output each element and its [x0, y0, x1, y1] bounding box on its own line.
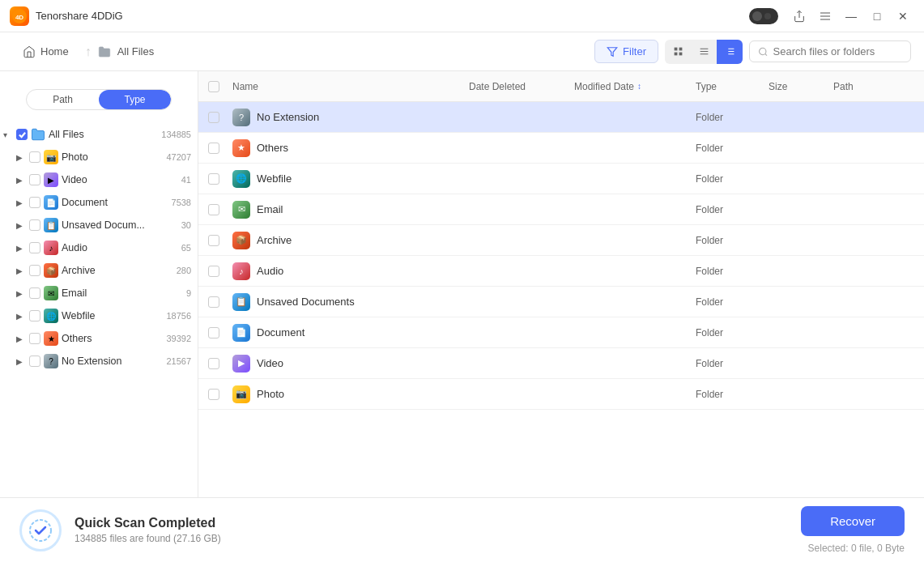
minimize-button[interactable]: —: [840, 5, 862, 28]
checkbox-video[interactable]: [29, 174, 40, 185]
row-name-unsaved: Unsaved Documents: [257, 296, 355, 308]
sidebar-item-unsaved[interactable]: ▶ 📋 Unsaved Docum... 30: [0, 214, 198, 236]
unsaved-count: 30: [181, 220, 191, 230]
sidebar-item-archive[interactable]: ▶ 📦 Archive 280: [0, 259, 198, 282]
expand-arrow-photo: ▶: [16, 153, 26, 162]
row-checkbox-email[interactable]: [208, 204, 219, 215]
row-type-unsaved: Folder: [696, 296, 769, 308]
email-label: Email: [62, 287, 183, 299]
row-checkbox-audio[interactable]: [208, 266, 219, 277]
photo-label: Photo: [62, 151, 163, 163]
scan-complete-icon: [19, 509, 62, 551]
photo-icon: 📷: [44, 150, 58, 164]
table-row[interactable]: 📦 Archive Folder: [198, 225, 924, 256]
archive-count: 280: [177, 266, 191, 275]
content-area: Name Date Deleted Modified Date ↕ Type S…: [198, 71, 924, 497]
app-title: Tenorshare 4DDiG: [36, 10, 123, 22]
sidebar-item-noext[interactable]: ▶ ? No Extension 21567: [0, 350, 198, 373]
checkbox-photo[interactable]: [29, 151, 40, 163]
sidebar-item-others[interactable]: ▶ ★ Others 39392: [0, 327, 198, 350]
share-button[interactable]: [788, 5, 811, 28]
row-checkbox-document[interactable]: [208, 327, 219, 338]
row-checkbox-unsaved[interactable]: [208, 296, 219, 308]
view-toggle: [665, 40, 743, 64]
checkbox-allfiles[interactable]: [16, 129, 28, 140]
row-icon-email: ✉: [232, 201, 250, 219]
recover-button[interactable]: Recover: [801, 506, 905, 536]
close-button[interactable]: ✕: [892, 5, 914, 28]
svg-rect-7: [679, 48, 682, 51]
checkbox-unsaved[interactable]: [29, 219, 40, 231]
table-row[interactable]: ✉ Email Folder: [198, 194, 924, 225]
archive-label: Archive: [62, 265, 173, 276]
audio-label: Audio: [62, 242, 178, 253]
search-icon: [758, 46, 769, 57]
sidebar-item-photo[interactable]: ▶ 📷 Photo 47207: [0, 146, 198, 168]
row-checkbox-photo[interactable]: [208, 389, 219, 400]
row-name-email: Email: [257, 203, 283, 215]
row-icon-audio: ♪: [232, 262, 250, 280]
row-checkbox-video[interactable]: [208, 358, 219, 369]
checkbox-audio[interactable]: [29, 242, 40, 253]
row-icon-noext: ?: [232, 109, 250, 126]
checkbox-noext[interactable]: [29, 356, 40, 367]
table-row[interactable]: 🌐 Webfile Folder: [198, 164, 924, 194]
view-detail-button[interactable]: [717, 40, 743, 64]
view-grid-button[interactable]: [665, 40, 691, 64]
maximize-button[interactable]: □: [866, 5, 888, 28]
noext-count: 21567: [166, 356, 191, 366]
search-input[interactable]: [773, 45, 902, 57]
sidebar-item-audio[interactable]: ▶ ♪ Audio 65: [0, 236, 198, 259]
row-checkbox-noext[interactable]: [208, 112, 219, 123]
view-list-button[interactable]: [691, 40, 717, 64]
table-row[interactable]: ▶ Video Folder: [198, 348, 924, 379]
filter-button[interactable]: Filter: [594, 40, 658, 63]
titlebar-controls: — □ ✕: [749, 5, 914, 28]
row-icon-others: ★: [232, 139, 250, 157]
header-checkbox[interactable]: [208, 81, 219, 92]
checkbox-webfile[interactable]: [29, 310, 40, 321]
sidebar-item-video[interactable]: ▶ ▶ Video 41: [0, 168, 198, 191]
titlebar-left: 4D Tenorshare 4DDiG: [10, 6, 123, 26]
svg-text:4D: 4D: [15, 14, 23, 21]
row-icon-archive: 📦: [232, 232, 250, 249]
table-row[interactable]: 📋 Unsaved Documents Folder: [198, 287, 924, 317]
checkbox-archive[interactable]: [29, 265, 40, 276]
bottom-right: Recover Selected: 0 file, 0 Byte: [801, 506, 905, 554]
titlebar: 4D Tenorshare 4DDiG — □ ✕: [0, 0, 924, 32]
path-toggle-button[interactable]: Path: [27, 90, 99, 109]
svg-line-20: [765, 53, 767, 55]
checkbox-email[interactable]: [29, 287, 40, 299]
checkbox-document[interactable]: [29, 197, 40, 208]
document-label: Document: [62, 197, 168, 208]
sidebar-item-email[interactable]: ▶ ✉ Email 9: [0, 282, 198, 304]
row-checkbox-webfile[interactable]: [208, 173, 219, 185]
header-modified-date[interactable]: Modified Date ↕: [574, 81, 696, 92]
table-row[interactable]: 📷 Photo Folder: [198, 379, 924, 410]
row-name-others: Others: [257, 142, 288, 154]
home-button[interactable]: Home: [13, 40, 79, 63]
menu-button[interactable]: [814, 5, 837, 28]
sidebar-item-webfile[interactable]: ▶ 🌐 Webfile 18756: [0, 304, 198, 327]
video-icon: ▶: [44, 172, 58, 187]
sidebar-item-allfiles[interactable]: ▾ All Files 134885: [0, 123, 198, 146]
table-row[interactable]: ★ Others Folder: [198, 133, 924, 164]
sidebar-item-document[interactable]: ▶ 📄 Document 7538: [0, 191, 198, 214]
type-toggle-button[interactable]: Type: [99, 90, 171, 109]
row-name-video: Video: [257, 357, 283, 369]
row-checkbox-archive[interactable]: [208, 235, 219, 246]
email-icon: ✉: [44, 286, 58, 300]
search-box[interactable]: [749, 40, 911, 62]
row-name-archive: Archive: [257, 234, 292, 246]
expand-arrow-email: ▶: [16, 289, 26, 298]
table-row[interactable]: ♪ Audio Folder: [198, 256, 924, 287]
svg-rect-6: [674, 48, 677, 51]
file-list: ? No Extension Folder ★ Others Folder: [198, 102, 924, 497]
header-name: Name: [232, 81, 469, 92]
table-row[interactable]: ? No Extension Folder: [198, 102, 924, 133]
row-checkbox-others[interactable]: [208, 143, 219, 154]
nav-up-arrow[interactable]: ↑: [85, 45, 92, 59]
webfile-icon: 🌐: [44, 309, 58, 323]
checkbox-others[interactable]: [29, 333, 40, 344]
table-row[interactable]: 📄 Document Folder: [198, 317, 924, 348]
